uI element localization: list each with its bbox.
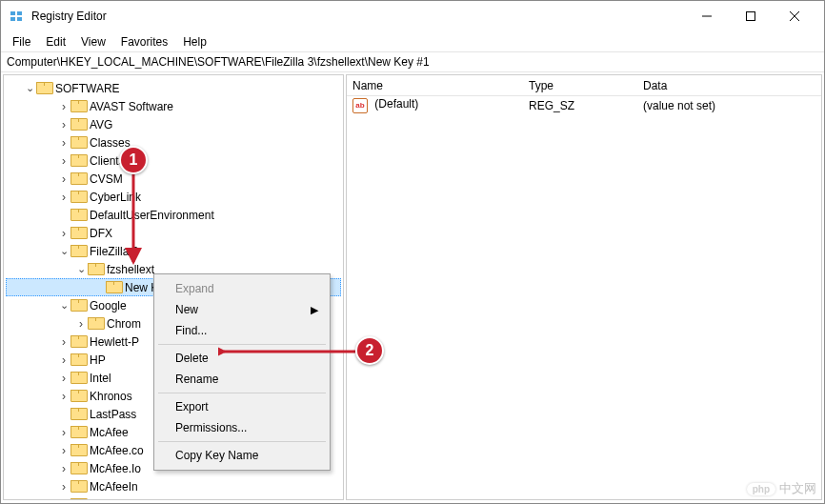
expand-toggle-icon[interactable] [57,118,70,131]
expand-toggle-icon[interactable] [23,82,36,95]
annotation-arrow-2 [218,344,359,359]
expand-toggle-icon[interactable] [57,172,70,186]
folder-icon [70,480,86,493]
folder-icon [70,209,86,221]
list-pane[interactable]: Name Type Data ab (Default) REG_SZ (valu… [346,74,822,500]
context-menu: Expand New ▶ Find... Delete Rename Expor… [153,273,331,471]
expand-toggle-icon[interactable] [57,444,70,457]
expand-toggle-icon[interactable] [57,299,70,312]
tree-label: McAfee.Io [90,462,141,475]
ctx-new[interactable]: New ▶ [156,299,328,320]
value-data: (value not set) [637,99,821,112]
tree-item-software[interactable]: SOFTWARE [6,79,341,97]
close-button[interactable] [773,1,816,31]
title-bar: Registry Editor [1,1,824,31]
expand-toggle-icon[interactable] [57,372,70,385]
menu-view[interactable]: View [73,33,113,50]
expand-toggle-spacer [57,209,70,222]
expand-toggle-icon[interactable] [74,263,88,276]
expand-toggle-icon[interactable] [57,100,70,113]
tree-item[interactable]: Clients [6,151,341,170]
tree-label: Chrom [107,317,141,331]
menu-favorites[interactable]: Favorites [113,33,175,50]
folder-icon [70,245,86,257]
menu-bar: File Edit View Favorites Help [1,31,824,52]
menu-help[interactable]: Help [175,33,214,50]
tree-label: Classes [90,136,131,150]
expand-toggle-icon[interactable] [57,390,70,403]
col-header-data[interactable]: Data [637,79,821,92]
tree-item[interactable]: FileZilla 3 [6,242,341,260]
expand-toggle-icon[interactable] [74,317,88,331]
main-area: SOFTWAREAVAST SoftwareAVGClassesClientsC… [1,72,824,502]
svg-rect-1 [17,11,22,15]
tree-label: LastPass [90,408,136,421]
tree-item[interactable]: DFX [6,224,341,242]
list-row[interactable]: ab (Default) REG_SZ (value not set) [347,96,821,114]
expand-toggle-icon[interactable] [57,191,70,204]
folder-icon [36,82,51,94]
expand-toggle-spacer [92,281,106,294]
tree-label: AVAST Software [90,100,173,113]
submenu-arrow-icon: ▶ [311,304,318,316]
tree-label: DFX [90,227,112,240]
tree-item[interactable]: CVSM [6,170,341,188]
menu-file[interactable]: File [5,33,38,50]
expand-toggle-icon[interactable] [57,245,70,258]
folder-icon [70,462,86,474]
folder-icon [106,281,121,293]
ctx-find[interactable]: Find... [156,320,328,341]
tree-label: McAfee.co [90,444,144,457]
tree-item[interactable]: AVAST Software [6,97,341,115]
ctx-copy-key-name[interactable]: Copy Key Name [156,445,328,466]
tree-item[interactable]: Classes [6,133,341,151]
expand-toggle-icon[interactable] [57,353,70,367]
annotation-1-label: 1 [130,151,138,169]
ctx-export[interactable]: Export [156,396,328,417]
folder-icon [70,426,86,438]
tree-item[interactable]: CyberLink [6,188,341,206]
address-bar[interactable]: Computer\HKEY_LOCAL_MACHINE\SOFTWARE\Fil… [1,52,824,72]
folder-icon [70,444,86,456]
ctx-new-label: New [175,303,198,316]
tree-item[interactable]: McAfeeIn [6,477,341,495]
tree-item[interactable]: AVG [6,115,341,133]
expand-toggle-icon[interactable] [57,426,70,439]
window-controls [685,1,816,31]
expand-toggle-icon[interactable] [57,462,70,475]
minimize-button[interactable] [685,1,729,31]
tree-item[interactable]: DefaultUserEnvironment [6,206,341,224]
tree-item[interactable]: Microsoft [6,495,341,500]
tree-label: Khronos [90,390,132,403]
folder-icon [70,408,86,420]
col-header-name[interactable]: Name [347,79,523,92]
list-body: ab (Default) REG_SZ (value not set) [347,96,821,499]
expand-toggle-icon[interactable] [57,335,70,349]
tree-label: Google [90,299,127,312]
watermark: php 中文网 [747,480,816,497]
watermark-text: 中文网 [779,480,816,497]
menu-edit[interactable]: Edit [38,33,73,50]
value-name: (Default) [374,97,418,111]
col-header-type[interactable]: Type [523,79,637,92]
expand-toggle-icon[interactable] [57,227,70,240]
expand-toggle-icon[interactable] [57,136,70,150]
folder-icon [70,227,86,239]
expand-toggle-icon[interactable] [57,480,70,494]
svg-rect-2 [10,17,15,21]
string-value-icon: ab [352,98,368,113]
folder-icon [70,299,86,312]
tree-label: McAfeeIn [90,480,138,494]
tree-label: McAfee [90,426,129,439]
annotation-2-label: 2 [366,342,374,359]
maximize-button[interactable] [729,1,773,31]
expand-toggle-icon[interactable] [57,498,70,501]
expand-toggle-icon[interactable] [57,154,70,168]
ctx-permissions[interactable]: Permissions... [156,417,328,438]
tree-label: CVSM [90,172,123,186]
folder-icon [70,172,86,185]
ctx-rename[interactable]: Rename [156,369,328,390]
tree-label: Microsoft [90,498,136,501]
folder-icon [70,498,86,500]
folder-icon [70,390,86,402]
